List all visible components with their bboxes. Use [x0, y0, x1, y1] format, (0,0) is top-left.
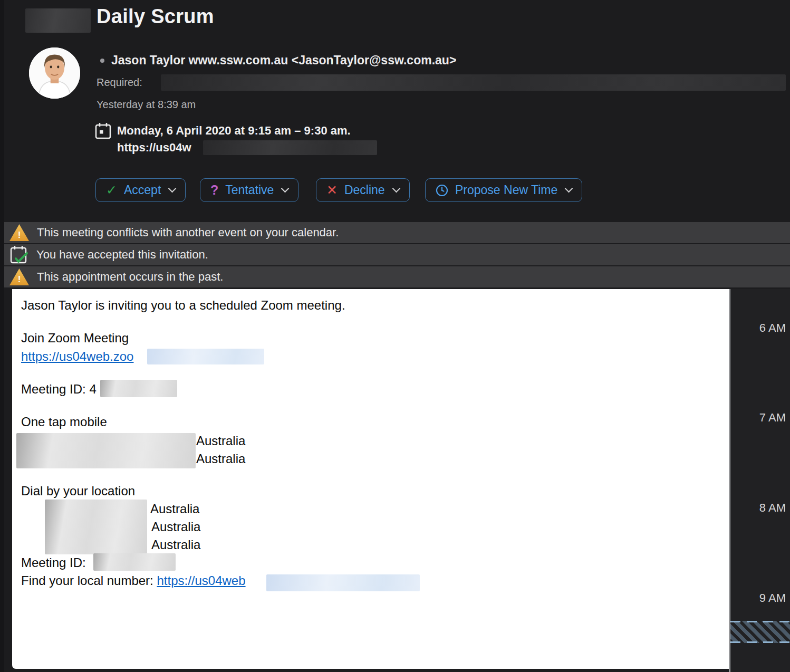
unread-dot-icon [100, 59, 104, 63]
tentative-button-label: Tentative [225, 183, 274, 197]
one-tap-country: Australia [196, 434, 245, 448]
title-redaction-block [25, 8, 91, 33]
message-body: Jason Taylor is inviting you to a schedu… [12, 289, 729, 669]
notice-accepted-text: You have accepted this invitation. [36, 248, 208, 262]
join-link-redaction [147, 349, 264, 364]
time-label: 9 AM [730, 591, 786, 605]
notice-past: ! This appointment occurs in the past. [4, 266, 790, 287]
propose-new-time-label: Propose New Time [455, 183, 557, 197]
meeting-id-redaction [100, 380, 177, 397]
notice-conflict: ! This meeting conflicts with another ev… [4, 222, 790, 243]
accept-button-label: Accept [124, 183, 161, 197]
calendar-event-hatched-band[interactable] [730, 621, 790, 643]
meeting-location-url[interactable]: https://us04w [117, 141, 191, 155]
meeting-datetime: Monday, 6 April 2020 at 9:15 am – 9:30 a… [117, 124, 351, 138]
clock-icon [436, 184, 448, 197]
warning-icon: ! [9, 224, 29, 241]
dial-country: . Australia [144, 502, 199, 516]
dial-numbers-redaction [45, 500, 147, 554]
find-local-link-redaction [266, 574, 420, 591]
required-attendees-redaction [161, 74, 786, 91]
dial-country: Australia [151, 537, 200, 552]
join-zoom-heading: Join Zoom Meeting [21, 331, 129, 345]
find-local-link[interactable]: https://us04web [157, 573, 245, 588]
find-local-label: Find your local number: [21, 573, 157, 588]
zoom-invite-intro: Jason Taylor is inviting you to a schedu… [21, 298, 345, 313]
chevron-down-icon[interactable] [168, 185, 177, 193]
time-label: 7 AM [730, 411, 786, 425]
sender-name[interactable]: Jason Taylor www.ssw.com.au <JasonTaylor… [111, 53, 456, 68]
meeting-id-line: Meeting ID: 4 [21, 382, 97, 397]
warning-icon: ! [9, 268, 29, 285]
x-icon: ✕ [326, 184, 338, 197]
avatar[interactable] [29, 47, 80, 99]
chevron-down-icon[interactable] [392, 185, 400, 193]
page-title: Daily Scrum [97, 5, 214, 28]
chevron-down-icon[interactable] [565, 185, 573, 193]
sender-row: Jason Taylor www.ssw.com.au <JasonTaylor… [100, 53, 456, 68]
notice-accepted: You have accepted this invitation. [4, 244, 790, 265]
question-icon: ? [210, 184, 218, 197]
meeting-id2-redaction [93, 553, 176, 571]
dial-country: Australia [151, 520, 200, 534]
dial-by-location-heading: Dial by your location [21, 484, 135, 498]
accept-button[interactable]: ✓ Accept [95, 178, 186, 202]
received-timestamp: Yesterday at 8:39 am [97, 99, 196, 111]
meeting-id2-label: Meeting ID: [21, 555, 86, 570]
notice-conflict-text: This meeting conflicts with another even… [37, 226, 339, 239]
decline-button[interactable]: ✕ Decline [316, 178, 410, 202]
calendar-icon [95, 122, 111, 140]
propose-new-time-button[interactable]: Propose New Time [425, 178, 582, 202]
time-label: 8 AM [730, 501, 786, 515]
one-tap-numbers-redaction [16, 433, 196, 468]
chevron-down-icon[interactable] [281, 185, 290, 193]
tentative-button[interactable]: ? Tentative [200, 178, 298, 202]
mini-calendar-strip [730, 289, 790, 672]
required-label: Required: [97, 76, 142, 89]
calendar-strip-divider [729, 289, 730, 672]
join-zoom-link[interactable]: https://us04web.zoo [21, 349, 133, 363]
time-label: 6 AM [730, 321, 786, 335]
one-tap-country: Australia [196, 452, 245, 466]
one-tap-heading: One tap mobile [21, 415, 107, 429]
avatar-person-illustration [29, 47, 80, 99]
calendar-check-icon [9, 244, 28, 265]
notice-past-text: This appointment occurs in the past. [37, 270, 223, 284]
window-left-edge [0, 0, 4, 672]
location-url-redaction [203, 140, 377, 155]
check-icon: ✓ [106, 184, 117, 197]
decline-button-label: Decline [344, 183, 385, 197]
